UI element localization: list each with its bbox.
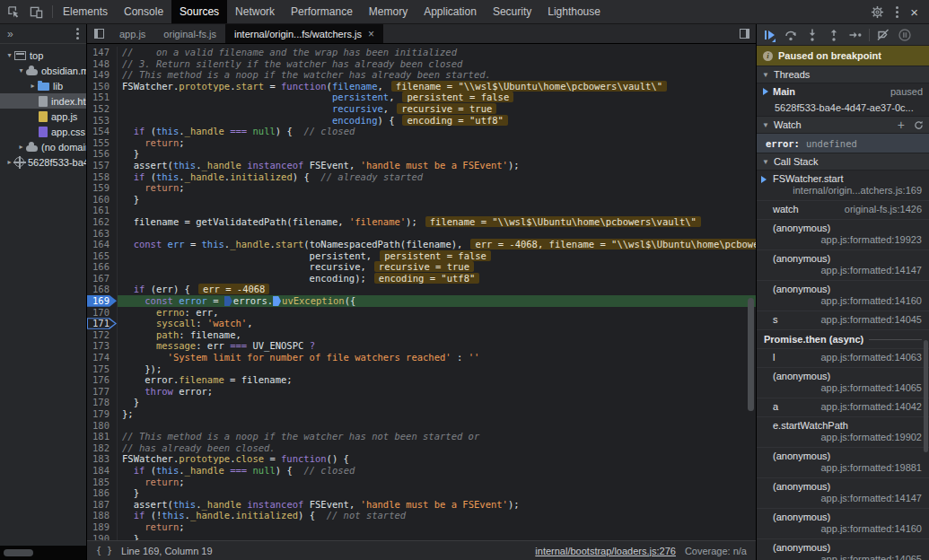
line-number[interactable]: 153 (87, 115, 118, 127)
line-number[interactable]: 161 (87, 205, 118, 216)
tree-item-obsidian-md[interactable]: ▾obsidian.md (0, 63, 86, 78)
file-tab-0[interactable]: app.js (110, 24, 154, 43)
file-tab-1[interactable]: original-fs.js (154, 24, 225, 43)
line-number[interactable]: 149 (87, 69, 118, 81)
call-stack-frame[interactable]: (anonymous)app.js:formatted:14160 (757, 509, 929, 539)
tab-performance[interactable]: Performance (283, 0, 361, 23)
line-number[interactable]: 156 (87, 148, 118, 160)
tree-item-app-js[interactable]: app.js (0, 109, 86, 124)
call-stack-frame[interactable]: aapp.js:formatted:14042 (757, 398, 929, 417)
watch-expression[interactable]: error:undefined (757, 134, 929, 153)
panel-toggle-right-icon[interactable] (732, 24, 756, 43)
line-number[interactable]: 164 (87, 239, 118, 250)
call-stack-frame[interactable]: lapp.js:formatted:14063 (757, 349, 929, 368)
step-icon[interactable] (845, 25, 866, 45)
call-stack-frame[interactable]: (anonymous)app.js:formatted:14147 (757, 250, 929, 281)
debugger-scrollbar[interactable] (924, 340, 928, 452)
step-out-icon[interactable] (823, 25, 845, 45)
line-number[interactable]: 174 (87, 352, 118, 363)
line-number[interactable]: 177 (87, 386, 118, 398)
line-number[interactable]: 152 (87, 103, 118, 115)
call-stack-section-header[interactable]: ▼ Call Stack (757, 153, 929, 171)
call-stack-frame[interactable]: (anonymous)app.js:formatted:19881 (757, 448, 929, 478)
line-number[interactable]: 171 (87, 318, 118, 329)
tab-application[interactable]: Application (416, 0, 485, 23)
step-over-icon[interactable] (780, 25, 802, 45)
tree-expander-icon[interactable]: ▾ (16, 66, 26, 74)
line-number[interactable]: 150 (87, 81, 118, 92)
tree-expander-icon[interactable]: ▸ (28, 82, 38, 90)
inspect-icon[interactable] (7, 5, 21, 19)
tab-security[interactable]: Security (485, 0, 539, 23)
line-number[interactable]: 170 (87, 307, 118, 319)
line-number[interactable]: 186 (87, 487, 118, 499)
tree-expander-icon[interactable]: ▸ (16, 143, 26, 151)
threads-section-header[interactable]: ▼ Threads (757, 66, 929, 83)
deactivate-breakpoints-icon[interactable] (872, 25, 894, 45)
line-number[interactable]: 155 (87, 137, 118, 149)
line-number[interactable]: 154 (87, 126, 118, 137)
tab-console[interactable]: Console (116, 0, 171, 23)
line-number[interactable]: 182 (87, 442, 118, 454)
call-stack-frame[interactable]: (anonymous)app.js:formatted:19923 (757, 220, 929, 250)
pretty-print-icon[interactable]: { } (96, 546, 112, 556)
call-stack-frame[interactable]: watchoriginal-fs.js:1426 (757, 201, 929, 220)
line-number[interactable]: 181 (87, 431, 118, 442)
line-number[interactable]: 151 (87, 92, 118, 103)
tree-expander-icon[interactable]: ▾ (4, 51, 14, 59)
close-icon[interactable]: × (910, 5, 918, 19)
navigator-more-menu-icon[interactable] (76, 28, 79, 39)
line-number[interactable]: 185 (87, 477, 118, 488)
tab-memory[interactable]: Memory (361, 0, 416, 23)
add-watch-icon[interactable]: + (898, 118, 905, 131)
tree-item-app-css[interactable]: app.css (0, 124, 86, 139)
line-number[interactable]: 163 (87, 228, 118, 240)
line-number[interactable]: 166 (87, 261, 118, 273)
line-number[interactable]: 176 (87, 374, 118, 386)
thread-item[interactable]: Mainpaused (757, 83, 929, 100)
call-stack-frame[interactable]: (anonymous)app.js:formatted:14065 (757, 539, 929, 560)
tree-item--no-domain-[interactable]: ▸(no domain) (0, 139, 86, 154)
line-number[interactable]: 148 (87, 58, 118, 70)
refresh-watch-icon[interactable] (914, 120, 924, 130)
line-number[interactable]: 179 (87, 408, 118, 420)
call-stack-frame[interactable]: (anonymous)app.js:formatted:14147 (757, 478, 929, 509)
device-toolbar-icon[interactable] (30, 5, 43, 19)
tab-network[interactable]: Network (227, 0, 283, 23)
line-number[interactable]: 190 (87, 533, 118, 540)
call-stack-frame[interactable]: (anonymous)app.js:formatted:14065 (757, 368, 929, 398)
tree-item-index-html[interactable]: index.html (0, 93, 86, 109)
loader-link[interactable]: internal/bootstrap/loaders.js:276 (535, 546, 676, 556)
call-stack-frame[interactable]: sapp.js:formatted:14045 (757, 311, 929, 330)
line-number[interactable]: 175 (87, 363, 118, 375)
line-number[interactable]: 189 (87, 521, 118, 533)
line-number[interactable]: 173 (87, 340, 118, 352)
line-number[interactable]: 158 (87, 171, 118, 183)
inline-breakpoint-icon[interactable] (224, 296, 232, 306)
line-number[interactable]: 184 (87, 465, 118, 477)
more-options-icon[interactable] (896, 6, 898, 18)
call-stack-frame[interactable]: e.startWatchPathapp.js:formatted:19902 (757, 417, 929, 448)
file-tab-2[interactable]: internal/origin...fs/watchers.js× (225, 24, 383, 43)
close-tab-icon[interactable]: × (368, 29, 374, 39)
inline-breakpoint-active-icon[interactable] (273, 296, 281, 306)
line-number[interactable]: 159 (87, 182, 118, 194)
thread-item[interactable]: 5628f533-ba4e-4d47-ae37-0c... (757, 100, 929, 116)
tree-item-top[interactable]: ▾top (0, 48, 86, 63)
navigator-toggle-icon[interactable] (87, 24, 110, 43)
code-scrollbar[interactable] (748, 298, 754, 411)
line-number[interactable]: 187 (87, 499, 118, 511)
line-number[interactable]: 168 (87, 284, 118, 295)
tree-item-5628f533-ba4e-4d47-ae37-0c-[interactable]: ▸5628f533-ba4e-4d47-ae37-0c... (0, 154, 86, 170)
settings-gear-icon[interactable] (871, 5, 884, 19)
line-number[interactable]: 160 (87, 194, 118, 206)
line-number[interactable]: 172 (87, 329, 118, 341)
line-number[interactable]: 157 (87, 160, 118, 171)
call-stack-frame[interactable]: FSWatcher.startinternal/origin...atchers… (757, 171, 929, 201)
line-number[interactable]: 180 (87, 420, 118, 432)
line-number[interactable]: 162 (87, 216, 118, 228)
tab-lighthouse[interactable]: Lighthouse (539, 0, 609, 23)
line-number[interactable]: 147 (87, 47, 118, 58)
line-number[interactable]: 165 (87, 250, 118, 262)
line-number[interactable]: 188 (87, 510, 118, 521)
